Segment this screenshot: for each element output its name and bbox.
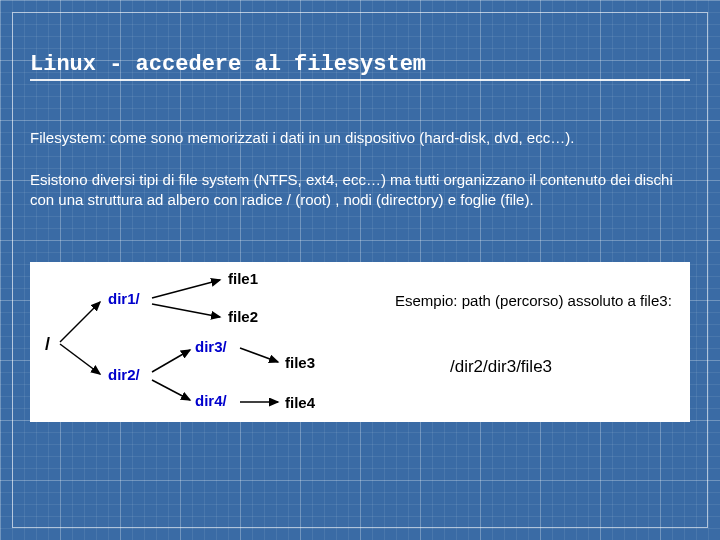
- svg-line-2: [152, 280, 220, 298]
- node-dir1: dir1/: [108, 290, 140, 307]
- svg-line-0: [60, 302, 100, 342]
- node-dir3: dir3/: [195, 338, 227, 355]
- node-dir2: dir2/: [108, 366, 140, 383]
- node-file4: file4: [285, 394, 315, 411]
- svg-line-6: [240, 348, 278, 362]
- slide-title: Linux - accedere al filesystem: [30, 52, 690, 81]
- node-file3: file3: [285, 354, 315, 371]
- diagram-caption: Esempio: path (percorso) assoluto a file…: [395, 292, 675, 309]
- node-root: /: [45, 334, 50, 355]
- node-file2: file2: [228, 308, 258, 325]
- diagram-path: /dir2/dir3/file3: [450, 357, 552, 377]
- svg-line-1: [60, 344, 100, 374]
- svg-line-4: [152, 350, 190, 372]
- svg-line-3: [152, 304, 220, 317]
- svg-line-5: [152, 380, 190, 400]
- paragraph-1: Filesystem: come sono memorizzati i dati…: [30, 128, 690, 148]
- node-file1: file1: [228, 270, 258, 287]
- paragraph-2: Esistono diversi tipi di file system (NT…: [30, 170, 690, 211]
- filesystem-diagram: / dir1/ dir2/ dir3/ dir4/ file1 file2 fi…: [30, 262, 690, 422]
- node-dir4: dir4/: [195, 392, 227, 409]
